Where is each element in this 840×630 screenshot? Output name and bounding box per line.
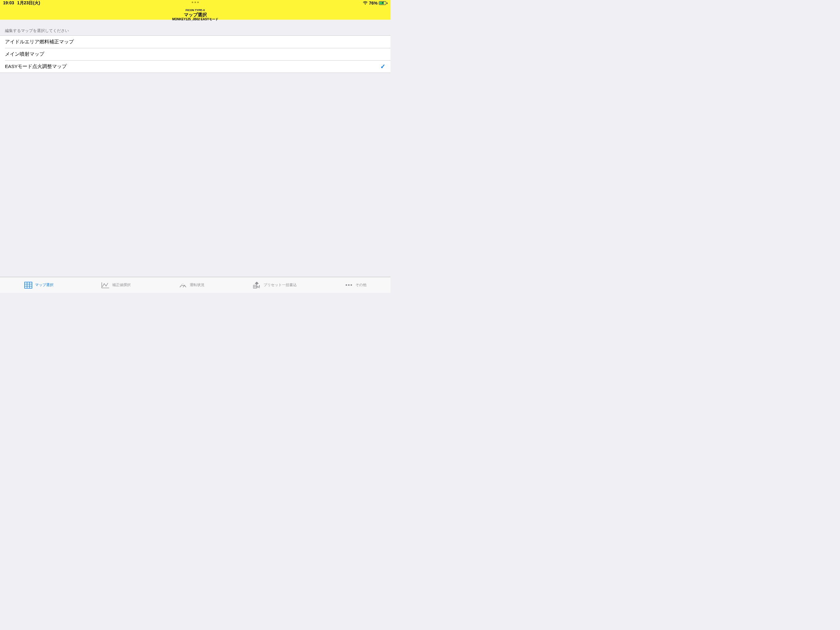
chart-line-icon <box>101 282 110 289</box>
tab-preset-write[interactable]: プリセット一括書込 <box>253 282 297 289</box>
app-header: 19:03 1月23日(火) 76% ⚡︎ <box>0 0 390 20</box>
upload-grid-icon <box>253 282 261 289</box>
map-row-label: メイン噴射マップ <box>5 51 44 57</box>
status-bar: 19:03 1月23日(火) 76% ⚡︎ <box>0 0 390 6</box>
tab-map-select[interactable]: マップ選択 <box>24 282 54 289</box>
tab-correction-select[interactable]: 補正値撰択 <box>101 282 131 289</box>
gauge-icon <box>178 282 187 289</box>
svg-rect-0 <box>25 282 32 288</box>
svg-line-7 <box>182 284 182 285</box>
nav-subtitle: MONKEY125_JB02 EASYモード <box>0 17 390 21</box>
map-list: アイドルエリア燃料補正マップ メイン噴射マップ EASYモード点火調整マップ ✓ <box>0 35 390 73</box>
tab-label: プリセット一括書込 <box>264 282 297 288</box>
nav-title-block: FICON TYPE-X マップ選択 MONKEY125_JB02 EASYモー… <box>0 9 390 21</box>
svg-marker-10 <box>255 282 259 285</box>
tab-operation-status[interactable]: 運転状況 <box>178 282 204 289</box>
map-row-easy-ignition[interactable]: EASYモード点火調整マップ ✓ <box>0 60 390 73</box>
wifi-icon <box>363 1 368 5</box>
tab-label: その他 <box>355 282 366 288</box>
multitask-dots[interactable] <box>192 2 199 3</box>
svg-line-6 <box>180 286 181 286</box>
checkmark-icon: ✓ <box>381 63 385 70</box>
map-row-label: アイドルエリア燃料補正マップ <box>5 39 74 45</box>
tab-label: 補正値撰択 <box>112 282 131 288</box>
nav-supertitle: FICON TYPE-X <box>0 9 390 12</box>
battery-percent: 76% <box>369 1 377 6</box>
map-row-main-injection[interactable]: メイン噴射マップ <box>0 48 390 60</box>
tab-label: マップ選択 <box>35 282 54 288</box>
nav-title: マップ選択 <box>0 12 390 17</box>
grid-icon <box>24 282 33 289</box>
battery-icon: ⚡︎ <box>379 1 387 5</box>
tab-label: 運転状況 <box>190 282 204 288</box>
map-row-idle-fuel[interactable]: アイドルエリア燃料補正マップ <box>0 36 390 48</box>
map-row-label: EASYモード点火調整マップ <box>5 63 67 70</box>
tab-bar: マップ選択 補正値撰択 運転状況 <box>0 277 390 293</box>
status-date: 1月23日(火) <box>17 0 40 6</box>
status-time: 19:03 <box>3 0 14 6</box>
svg-line-9 <box>185 286 185 286</box>
more-icon <box>344 282 353 289</box>
content-scroll[interactable]: 編集するマップを選択してください アイドルエリア燃料補正マップ メイン噴射マップ… <box>0 20 390 277</box>
section-header: 編集するマップを選択してください <box>0 20 390 35</box>
tab-more[interactable]: その他 <box>344 282 366 289</box>
